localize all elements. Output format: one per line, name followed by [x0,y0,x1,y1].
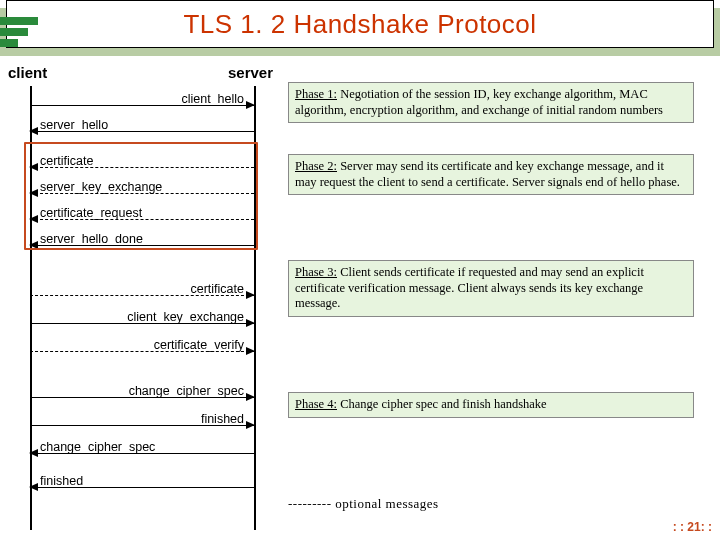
green-bar-icon [0,17,38,25]
corner-decor [0,8,48,52]
slide: TLS 1. 2 Handshake Protocol client serve… [0,0,720,540]
msg-server-hello: server_hello [30,116,254,134]
page-number: : : 21: : [673,520,712,534]
client-label: client [8,64,47,81]
highlight-box-phase2 [24,142,258,250]
title-box: TLS 1. 2 Handshake Protocol [6,0,714,48]
diagram: client server client_hello server_hello … [0,60,720,530]
slide-title: TLS 1. 2 Handshake Protocol [183,9,536,40]
msg-client-hello: client_hello [30,90,254,108]
legend-optional: --------- optional messages [288,496,439,512]
msg-certificate-verify: certificate_verify [30,336,254,354]
green-bar-icon [0,28,28,36]
msg-finished-s: finished [30,472,254,490]
msg-certificate-client: certificate [30,280,254,298]
green-bar-icon [0,39,18,47]
phase-3-box: Phase 3: Client sends certificate if req… [288,260,694,317]
msg-change-cipher-spec-s: change_cipher_spec [30,438,254,456]
phase-1-box: Phase 1: Negotiation of the session ID, … [288,82,694,123]
msg-client-key-exchange: client_key_exchange [30,308,254,326]
phase-2-box: Phase 2: Server may send its certificate… [288,154,694,195]
msg-finished-c: finished [30,410,254,428]
phase-4-box: Phase 4: Change cipher spec and finish h… [288,392,694,418]
msg-change-cipher-spec-c: change_cipher_spec [30,382,254,400]
server-label: server [228,64,273,81]
